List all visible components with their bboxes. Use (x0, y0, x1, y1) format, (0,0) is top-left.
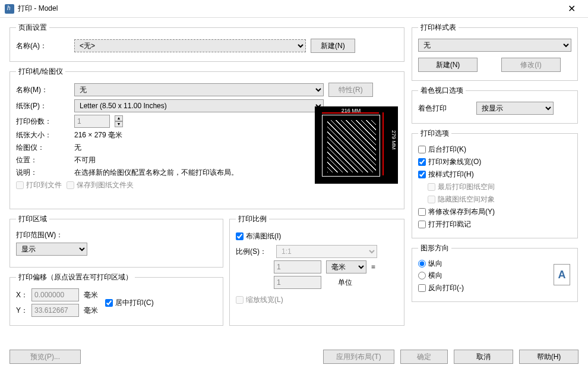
page-setup-legend: 页面设置 (16, 23, 49, 33)
desc-label: 说明： (16, 168, 69, 178)
print-to-file-checkbox: 打印到文件 (16, 180, 62, 190)
page-setup-group: 页面设置 名称(A)： <无> 新建(N) (10, 23, 404, 62)
paper-preview: 216 MM 279 MM (315, 106, 398, 184)
print-area-group: 打印区域 打印范围(W)： 显示 (10, 214, 223, 268)
printer-name-label: 名称(M)： (16, 85, 69, 95)
x-label: X： (16, 290, 27, 300)
style-table-select[interactable]: 无 (418, 39, 571, 52)
style-new-button[interactable]: 新建(N) (418, 58, 478, 72)
viewport-group: 着色视口选项 着色打印 按显示 (412, 86, 578, 124)
equals-label: = (371, 263, 375, 271)
preview-button: 预览(P)... (10, 350, 81, 364)
orientation-group: 图形方向 纵向 横向 反向打印(-) A (412, 243, 578, 302)
options-legend: 打印选项 (418, 128, 451, 139)
apply-button: 应用到布局(T) (323, 350, 394, 364)
portrait-radio[interactable]: 纵向 (418, 259, 571, 269)
ok-button: 确定 (400, 350, 448, 364)
printer-name-select[interactable]: 无 (74, 83, 324, 96)
cancel-button[interactable]: 取消 (454, 350, 513, 364)
y-label: Y： (16, 306, 27, 316)
offset-legend: 打印偏移（原点设置在可打印区域） (16, 272, 135, 282)
shade-select[interactable]: 按显示 (476, 102, 554, 115)
copies-spinner[interactable]: ▲▼ (115, 115, 123, 127)
paper-last-checkbox: 最后打印图纸空间 (428, 182, 571, 192)
scale-select: 1:1 (276, 245, 377, 258)
page-name-label: 名称(A)： (16, 41, 69, 51)
print-area-legend: 打印区域 (16, 214, 49, 224)
style-table-legend: 打印样式表 (418, 23, 459, 33)
plotter-label: 绘图仪： (16, 143, 69, 153)
fit-checkbox[interactable]: 布满图纸(I) (236, 231, 398, 241)
offset-group: 打印偏移（原点设置在可打印区域） X： 毫米 Y： 毫米 (10, 272, 223, 326)
viewport-legend: 着色视口选项 (418, 86, 466, 96)
y-input[interactable] (31, 304, 79, 317)
location-value: 不可用 (74, 155, 96, 165)
save-folder-checkbox: 保存到图纸文件夹 (67, 180, 134, 190)
paper-label: 纸张(P)： (16, 101, 69, 111)
location-label: 位置： (16, 155, 69, 165)
help-button[interactable]: 帮助(H) (519, 350, 578, 364)
app-icon (5, 4, 14, 14)
orientation-icon: A (554, 264, 570, 285)
printer-legend: 打印机/绘图仪 (16, 67, 65, 77)
bg-checkbox[interactable]: 后台打印(K) (418, 144, 571, 155)
page-new-button[interactable]: 新建(N) (311, 39, 355, 53)
x-unit: 毫米 (84, 290, 98, 300)
orientation-legend: 图形方向 (418, 243, 451, 253)
hide-checkbox: 隐藏图纸空间对象 (428, 194, 571, 205)
range-select[interactable]: 显示 (16, 243, 87, 256)
copies-input[interactable] (74, 115, 110, 128)
style-checkbox[interactable]: 按样式打印(H) (418, 169, 571, 180)
desc-value: 在选择新的绘图仪配置名称之前，不能打印该布局。 (74, 168, 238, 178)
copies-label: 打印份数： (16, 117, 69, 127)
shade-label: 着色打印 (418, 103, 472, 114)
print-scale-group: 打印比例 布满图纸(I) 比例(S)： 1:1 毫米 = 单位 (229, 214, 404, 326)
stamp-checkbox[interactable]: 打开打印戳记 (418, 219, 571, 229)
print-scale-legend: 打印比例 (236, 214, 269, 224)
scale-num2-input[interactable] (274, 276, 321, 289)
window-title: 打印 - Model (18, 4, 559, 14)
properties-button: 特性(R) (328, 83, 373, 97)
scale-label: 比例(S)： (236, 247, 271, 257)
paper-select[interactable]: Letter (8.50 x 11.00 Inches) (74, 99, 324, 112)
paper-size-value: 216 × 279 毫米 (74, 130, 122, 140)
center-checkbox[interactable]: 居中打印(C) (105, 298, 154, 308)
reverse-checkbox[interactable]: 反向打印(-) (418, 283, 571, 293)
preview-right-dim: 279 MM (382, 130, 397, 150)
x-input[interactable] (31, 288, 79, 301)
paper-size-label: 纸张大小： (16, 130, 69, 140)
save-layout-checkbox[interactable]: 将修改保存到布局(Y) (418, 207, 571, 217)
options-group: 打印选项 后台打印(K) 打印对象线宽(O) 按样式打印(H) 最后打印图纸空间… (412, 128, 578, 238)
titlebar: 打印 - Model ✕ (0, 0, 588, 18)
style-table-group: 打印样式表 无 新建(N) 修改(I) (412, 23, 578, 81)
lw-checkbox[interactable]: 打印对象线宽(O) (418, 157, 571, 167)
y-unit: 毫米 (84, 306, 98, 316)
page-name-select[interactable]: <无> (74, 39, 306, 52)
range-label: 打印范围(W)： (16, 230, 217, 240)
unit-label: 单位 (338, 278, 352, 288)
plotter-value: 无 (74, 143, 81, 153)
close-icon[interactable]: ✕ (559, 0, 583, 18)
style-modify-button: 修改(I) (501, 58, 561, 72)
scale-num1-input[interactable] (274, 260, 321, 273)
landscape-radio[interactable]: 横向 (418, 271, 571, 281)
scale-lw-checkbox: 缩放线宽(L) (236, 295, 398, 305)
scale-unit-select[interactable]: 毫米 (326, 260, 366, 273)
printer-group: 打印机/绘图仪 名称(M)： 无 特性(R) 纸张(P)： Letter (8.… (10, 67, 404, 209)
